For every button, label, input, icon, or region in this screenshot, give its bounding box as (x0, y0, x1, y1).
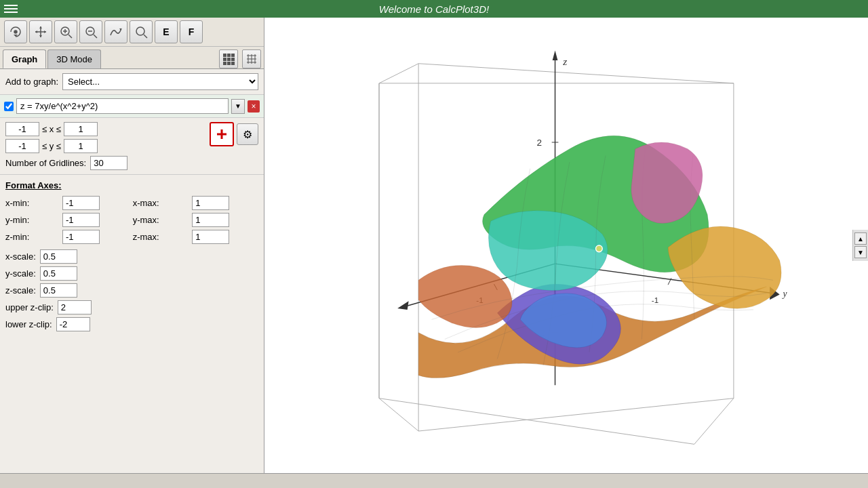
center-button[interactable] (210, 122, 234, 146)
curve-button[interactable] (104, 20, 127, 43)
x-scale-row: x-scale: (5, 249, 258, 264)
function-dropdown-btn[interactable]: ▼ (231, 99, 245, 114)
add-to-graph-row: Add to graph: Select... Function z=f(x,y… (0, 69, 264, 95)
scroll-down-arrow[interactable]: ▼ (854, 246, 867, 258)
axes-y-min[interactable] (62, 213, 100, 227)
lower-z-clip-input[interactable] (56, 317, 90, 331)
action-buttons: ⚙ (210, 122, 258, 146)
F-button[interactable]: F (180, 20, 203, 43)
grid-dots-button[interactable] (219, 49, 238, 68)
range-and-buttons: ≤ x ≤ ≤ y ≤ Number of Gridlines: ⚙ (0, 118, 264, 175)
svg-text:-1: -1 (652, 296, 658, 304)
upper-z-clip-label: upper z-clip: (5, 302, 54, 312)
rotate-button[interactable] (4, 20, 27, 43)
svg-point-46 (596, 245, 603, 252)
top-bar: Welcome to CalcPlot3D! (0, 0, 868, 18)
svg-text:2: 2 (536, 138, 542, 148)
z-scale-input[interactable] (40, 283, 77, 298)
pan-button[interactable] (29, 20, 52, 43)
svg-point-10 (136, 27, 144, 35)
toolbar: E F (0, 18, 264, 47)
function-checkbox[interactable] (4, 102, 14, 111)
graph-svg: z 2 -2 y -1 -1 (264, 18, 868, 473)
status-bar (0, 473, 868, 488)
gridlines-label: Number of Gridlines: (5, 158, 86, 168)
z-scale-label: z-scale: (5, 285, 36, 296)
gridlines-input[interactable] (90, 156, 127, 170)
range-fields: ≤ x ≤ ≤ y ≤ Number of Gridlines: (5, 122, 205, 170)
x-max-input[interactable] (64, 122, 98, 136)
axes-x-max[interactable] (192, 196, 229, 210)
z-max-label: z-max: (133, 232, 189, 242)
x-scale-label: x-scale: (5, 251, 36, 262)
axes-z-max[interactable] (192, 230, 229, 244)
y-scale-input[interactable] (40, 266, 77, 281)
svg-line-11 (144, 35, 147, 38)
tab-3dmode[interactable]: 3D Mode (47, 49, 101, 68)
function-close-btn[interactable]: × (248, 100, 260, 113)
zoom-in-button[interactable] (54, 20, 77, 43)
lower-z-clip-label: lower z-clip: (5, 319, 52, 329)
y-range-label: ≤ y ≤ (42, 141, 61, 151)
y-scale-label: y-scale: (5, 268, 36, 279)
lower-z-clip-row: lower z-clip: (5, 317, 258, 331)
function-input[interactable] (16, 98, 229, 114)
x-max-label: x-max: (133, 198, 189, 208)
svg-point-0 (14, 30, 17, 33)
y-scale-row: y-scale: (5, 266, 258, 281)
axes-grid: x-min: x-max: y-min: y-max: z-min: z-max… (5, 196, 258, 244)
find-button[interactable] (130, 20, 153, 43)
x-min-label: x-min: (5, 198, 58, 208)
axes-z-min[interactable] (62, 230, 100, 244)
upper-z-clip-input[interactable] (58, 300, 92, 314)
x-range-label: ≤ x ≤ (42, 124, 61, 134)
menu-button[interactable] (0, 5, 20, 13)
z-min-label: z-min: (5, 232, 58, 242)
graph-canvas-area[interactable]: z 2 -2 y -1 -1 (264, 18, 868, 473)
grid-lines-button[interactable] (242, 49, 261, 68)
function-row: ▼ × (0, 95, 264, 118)
add-to-graph-label: Add to graph: (5, 77, 58, 87)
svg-text:z: z (562, 56, 567, 67)
app-title: Welcome to CalcPlot3D! (20, 3, 848, 15)
tabs-row: Graph 3D Mode (0, 47, 264, 69)
scroll-arrows: ▲ ▼ (852, 230, 868, 261)
svg-line-4 (68, 35, 72, 38)
y-min-input[interactable] (5, 139, 39, 153)
tab-graph[interactable]: Graph (3, 49, 46, 68)
x-min-input[interactable] (5, 122, 39, 136)
svg-text:y: y (782, 289, 788, 299)
gridlines-row: Number of Gridlines: (5, 156, 205, 170)
z-scale-row: z-scale: (5, 283, 258, 298)
axes-y-max[interactable] (192, 213, 229, 227)
format-axes-section: Format Axes: x-min: x-max: y-min: y-max:… (0, 175, 264, 340)
upper-z-clip-row: upper z-clip: (5, 300, 258, 314)
y-min-label: y-min: (5, 215, 58, 225)
y-max-label: y-max: (133, 215, 189, 225)
main-layout: E F Graph 3D Mode (0, 18, 868, 473)
x-range-row: ≤ x ≤ (5, 122, 205, 136)
zoom-out-button[interactable] (79, 20, 102, 43)
E-button[interactable]: E (155, 20, 178, 43)
settings-button[interactable]: ⚙ (237, 123, 258, 145)
add-to-graph-select[interactable]: Select... Function z=f(x,y) Parametric S… (62, 73, 258, 90)
format-axes-heading: Format Axes: (5, 180, 258, 190)
y-range-row: ≤ y ≤ (5, 139, 205, 153)
left-panel: E F Graph 3D Mode (0, 18, 264, 473)
x-scale-input[interactable] (40, 249, 77, 264)
axes-x-min[interactable] (62, 196, 100, 210)
svg-line-8 (94, 35, 97, 38)
scroll-up-arrow[interactable]: ▲ (854, 232, 867, 245)
y-max-input[interactable] (64, 139, 98, 153)
